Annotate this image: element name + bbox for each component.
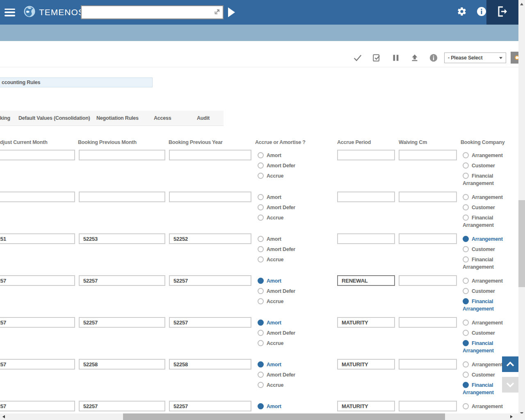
radio-circle-icon[interactable] xyxy=(258,403,264,409)
radio-circle-icon[interactable] xyxy=(258,320,264,326)
tab-default-values-consolidation[interactable]: Default Values (Consolidation) xyxy=(18,115,90,121)
accrue-or-amortise-option[interactable]: Accrue xyxy=(258,340,311,347)
group-header-accounting-rules[interactable]: ccounting Rules xyxy=(0,78,153,87)
scroll-right-arrow-icon[interactable] xyxy=(510,415,513,418)
adjust-current-month-input[interactable] xyxy=(0,192,75,202)
accrue-or-amortise-option[interactable]: Accrue xyxy=(258,256,311,263)
booking-previous-month-input[interactable] xyxy=(79,150,165,160)
accrue-period-input[interactable] xyxy=(337,233,395,244)
sign-out-button[interactable] xyxy=(486,0,518,25)
booking-previous-month-input[interactable] xyxy=(79,401,165,411)
accrue-period-input[interactable] xyxy=(337,317,395,328)
waiving-cm-input[interactable] xyxy=(399,359,457,370)
booking-previous-month-input[interactable] xyxy=(79,359,165,370)
scroll-left-arrow-icon[interactable] xyxy=(2,415,5,418)
hold-pause-icon[interactable] xyxy=(391,53,400,62)
radio-circle-icon[interactable] xyxy=(258,236,264,242)
accrue-or-amortise-option[interactable]: Amort xyxy=(258,277,311,285)
accrue-or-amortise-option[interactable]: Amort xyxy=(258,235,311,243)
booking-company-option[interactable]: Customer xyxy=(463,162,504,169)
radio-circle-icon[interactable] xyxy=(258,288,264,294)
accrue-or-amortise-option[interactable]: Accrue xyxy=(258,381,311,389)
command-input[interactable] xyxy=(82,6,214,18)
radio-circle-icon[interactable] xyxy=(463,236,469,242)
radio-circle-icon[interactable] xyxy=(258,215,264,221)
booking-company-option[interactable]: Customer xyxy=(463,246,504,253)
horizontal-scroll-thumb[interactable] xyxy=(123,413,445,420)
booking-company-option[interactable]: Arrangement xyxy=(463,319,504,326)
radio-circle-icon[interactable] xyxy=(463,215,469,221)
accrue-or-amortise-option[interactable]: Amort Defer xyxy=(258,371,311,379)
radio-circle-icon[interactable] xyxy=(463,194,469,200)
radio-circle-icon[interactable] xyxy=(463,246,469,252)
booking-company-option[interactable]: Arrangement xyxy=(463,235,504,243)
radio-circle-icon[interactable] xyxy=(258,278,264,284)
radio-circle-icon[interactable] xyxy=(463,278,469,284)
radio-circle-icon[interactable] xyxy=(463,320,469,326)
booking-previous-year-input[interactable] xyxy=(169,317,251,328)
booking-company-option[interactable]: Financial Arrangement xyxy=(463,340,504,354)
radio-circle-icon[interactable] xyxy=(463,361,469,368)
radio-circle-icon[interactable] xyxy=(463,340,469,346)
play-icon[interactable] xyxy=(228,7,235,17)
booking-company-option[interactable]: Customer xyxy=(463,371,504,379)
booking-company-option[interactable]: Financial Arrangement xyxy=(463,214,504,229)
tab-access[interactable]: Access xyxy=(154,115,171,121)
adjust-current-month-input[interactable] xyxy=(0,233,75,244)
radio-circle-icon[interactable] xyxy=(463,372,469,378)
adjust-current-month-input[interactable] xyxy=(0,317,75,328)
booking-previous-month-input[interactable] xyxy=(79,233,165,244)
accrue-period-input[interactable] xyxy=(337,359,395,370)
radio-circle-icon[interactable] xyxy=(258,382,264,388)
radio-circle-icon[interactable] xyxy=(463,204,469,210)
vertical-scrollbar[interactable] xyxy=(518,0,525,420)
adjust-current-month-input[interactable] xyxy=(0,150,75,160)
accrue-period-input[interactable] xyxy=(337,275,395,286)
booking-company-option[interactable]: Arrangement xyxy=(463,194,504,201)
waiving-cm-input[interactable] xyxy=(399,401,457,411)
radio-circle-icon[interactable] xyxy=(258,162,264,169)
accrue-period-input[interactable] xyxy=(337,401,395,411)
validate-document-icon[interactable] xyxy=(372,53,381,62)
scroll-up-arrow-icon[interactable] xyxy=(520,3,523,5)
adjust-current-month-input[interactable] xyxy=(0,275,75,286)
radio-circle-icon[interactable] xyxy=(258,372,264,378)
waiving-cm-input[interactable] xyxy=(399,275,457,286)
booking-previous-year-input[interactable] xyxy=(169,150,251,160)
radio-circle-icon[interactable] xyxy=(258,204,264,210)
waiving-cm-input[interactable] xyxy=(399,150,457,160)
accrue-period-input[interactable] xyxy=(337,192,395,202)
accrue-or-amortise-option[interactable]: Amort xyxy=(258,319,311,326)
gear-icon[interactable] xyxy=(457,7,467,18)
accrue-or-amortise-option[interactable]: Amort xyxy=(258,194,311,201)
radio-circle-icon[interactable] xyxy=(258,246,264,252)
horizontal-scrollbar[interactable] xyxy=(0,413,518,420)
scroll-to-top-button[interactable] xyxy=(502,356,518,372)
booking-previous-year-input[interactable] xyxy=(169,275,251,286)
radio-circle-icon[interactable] xyxy=(258,361,264,368)
radio-circle-icon[interactable] xyxy=(258,256,264,262)
booking-previous-month-input[interactable] xyxy=(79,275,165,286)
upload-icon[interactable] xyxy=(410,53,419,62)
radio-circle-icon[interactable] xyxy=(463,173,469,179)
tab-audit[interactable]: Audit xyxy=(197,115,210,121)
radio-circle-icon[interactable] xyxy=(258,152,264,158)
action-select-dropdown[interactable]: - Please Select xyxy=(444,52,506,63)
command-go-icon[interactable] xyxy=(214,8,221,17)
accrue-or-amortise-option[interactable]: Amort Defer xyxy=(258,246,311,253)
waiving-cm-input[interactable] xyxy=(399,317,457,328)
radio-circle-icon[interactable] xyxy=(258,173,264,179)
booking-company-option[interactable]: Customer xyxy=(463,288,504,295)
radio-circle-icon[interactable] xyxy=(463,382,469,388)
info-icon[interactable] xyxy=(477,7,486,18)
booking-previous-year-input[interactable] xyxy=(169,401,251,411)
scroll-to-bottom-button[interactable] xyxy=(502,377,518,393)
booking-company-option[interactable]: Arrangement xyxy=(463,277,504,285)
booking-previous-month-input[interactable] xyxy=(79,192,165,202)
radio-circle-icon[interactable] xyxy=(463,330,469,336)
radio-circle-icon[interactable] xyxy=(463,256,469,262)
booking-company-option[interactable]: Arrangement xyxy=(463,152,504,159)
radio-circle-icon[interactable] xyxy=(258,330,264,336)
radio-circle-icon[interactable] xyxy=(463,298,469,304)
info-circle-icon[interactable] xyxy=(429,53,438,62)
